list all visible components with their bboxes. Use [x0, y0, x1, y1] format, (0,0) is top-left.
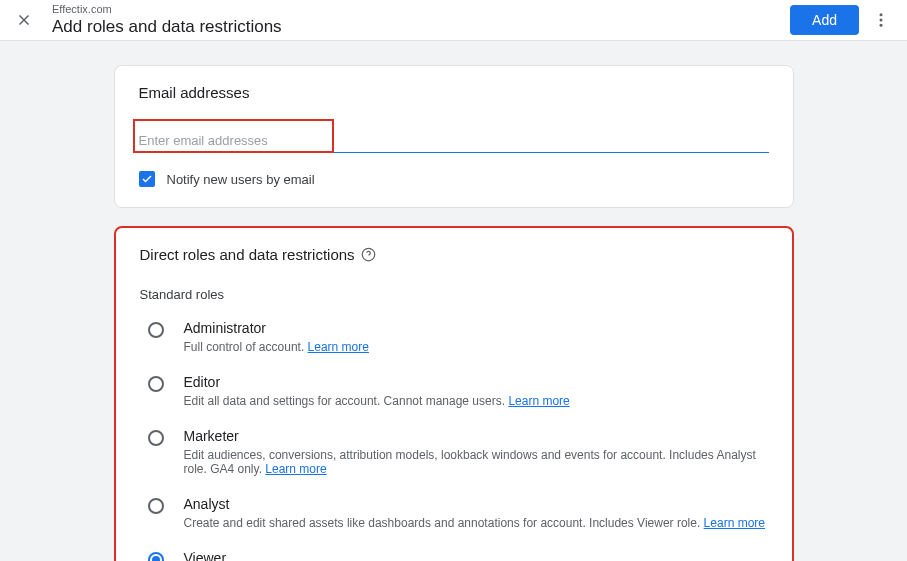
role-option: AnalystCreate and edit shared assets lik… [140, 496, 768, 530]
learn-more-link[interactable]: Learn more [265, 462, 326, 476]
role-content: AdministratorFull control of account. Le… [184, 320, 768, 354]
header-subtitle: Effectix.com [52, 3, 790, 16]
role-name: Viewer [184, 550, 768, 561]
standard-roles-subtitle: Standard roles [140, 287, 768, 302]
header-titles: Effectix.com Add roles and data restrict… [52, 3, 790, 36]
notify-label: Notify new users by email [167, 172, 315, 187]
learn-more-link[interactable]: Learn more [508, 394, 569, 408]
notify-checkbox[interactable] [139, 171, 155, 187]
notify-checkbox-row: Notify new users by email [139, 171, 769, 187]
role-option: EditorEdit all data and settings for acc… [140, 374, 768, 408]
roles-card: Direct roles and data restrictions Stand… [114, 226, 794, 561]
svg-point-3 [880, 19, 883, 22]
roles-header: Direct roles and data restrictions [140, 246, 768, 263]
more-menu-button[interactable] [867, 6, 895, 34]
add-button[interactable]: Add [790, 5, 859, 35]
svg-point-2 [880, 13, 883, 16]
role-option: MarketerEdit audiences, conversions, att… [140, 428, 768, 476]
role-radio[interactable] [148, 430, 164, 446]
role-content: ViewerSee report data and configuration … [184, 550, 768, 561]
check-icon [141, 173, 153, 185]
role-radio[interactable] [148, 376, 164, 392]
more-vert-icon [872, 11, 890, 29]
email-card-title: Email addresses [139, 84, 769, 101]
role-radio[interactable] [148, 498, 164, 514]
page-title: Add roles and data restrictions [52, 17, 790, 37]
role-content: AnalystCreate and edit shared assets lik… [184, 496, 768, 530]
role-description: Edit audiences, conversions, attribution… [184, 448, 768, 476]
svg-point-4 [880, 24, 883, 27]
learn-more-link[interactable]: Learn more [704, 516, 765, 530]
role-description: Create and edit shared assets like dashb… [184, 516, 768, 530]
role-description: Full control of account. Learn more [184, 340, 768, 354]
role-content: EditorEdit all data and settings for acc… [184, 374, 768, 408]
roles-title: Direct roles and data restrictions [140, 246, 355, 263]
email-card: Email addresses Notify new users by emai… [114, 65, 794, 208]
learn-more-link[interactable]: Learn more [308, 340, 369, 354]
help-icon[interactable] [361, 247, 376, 262]
role-content: MarketerEdit audiences, conversions, att… [184, 428, 768, 476]
close-button[interactable] [12, 8, 36, 32]
role-description: Edit all data and settings for account. … [184, 394, 768, 408]
role-name: Administrator [184, 320, 768, 336]
role-name: Marketer [184, 428, 768, 444]
role-option: ViewerSee report data and configuration … [140, 550, 768, 561]
role-name: Analyst [184, 496, 768, 512]
email-input[interactable] [139, 129, 769, 153]
close-icon [15, 11, 33, 29]
header: Effectix.com Add roles and data restrict… [0, 0, 907, 41]
content: Email addresses Notify new users by emai… [0, 41, 907, 561]
role-option: AdministratorFull control of account. Le… [140, 320, 768, 354]
role-name: Editor [184, 374, 768, 390]
roles-list: AdministratorFull control of account. Le… [140, 320, 768, 561]
email-input-wrapper [139, 129, 769, 153]
role-radio[interactable] [148, 322, 164, 338]
role-radio[interactable] [148, 552, 164, 561]
